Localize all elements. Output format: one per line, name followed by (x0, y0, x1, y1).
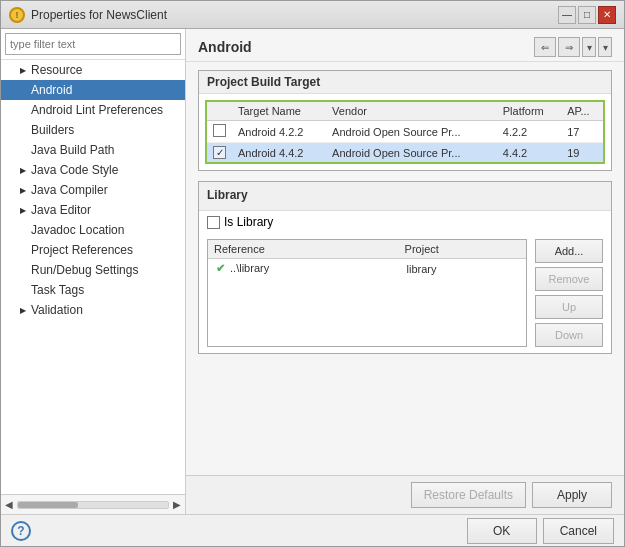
title-bar: ! Properties for NewsClient — □ ✕ (1, 1, 624, 29)
up-button[interactable]: Up (535, 295, 603, 319)
help-icon-label: ? (17, 524, 24, 538)
table-row[interactable]: Android 4.4.2 Android Open Source Pr... … (207, 143, 603, 163)
sidebar-item-java-editor[interactable]: Java Editor (1, 200, 185, 220)
sidebar-item-label: Task Tags (31, 283, 84, 297)
close-button[interactable]: ✕ (598, 6, 616, 24)
row2-platform: 4.4.2 (497, 143, 561, 163)
scroll-left[interactable]: ◀ (5, 499, 13, 510)
lib-reference-value: ..\library (230, 262, 269, 274)
col-target-name: Target Name (232, 102, 326, 121)
row1-checkbox[interactable] (213, 124, 226, 137)
sidebar-item-task-tags[interactable]: Task Tags (1, 280, 185, 300)
nav-arrows: ⇐ ⇒ ▾ ▾ (534, 37, 612, 57)
sidebar-item-android[interactable]: Android (1, 80, 185, 100)
title-bar-left: ! Properties for NewsClient (9, 7, 167, 23)
library-section: Library Is Library Reference (198, 181, 612, 354)
help-icon[interactable]: ? (11, 521, 31, 541)
maximize-button[interactable]: □ (578, 6, 596, 24)
sidebar-item-validation[interactable]: Validation (1, 300, 185, 320)
row1-target-name: Android 4.2.2 (232, 121, 326, 143)
content-area: Resource Android Android Lint Preference… (1, 29, 624, 514)
target-table-wrapper: Target Name Vendor Platform AP... (205, 100, 605, 164)
expand-arrow-android (17, 84, 29, 96)
lib-row[interactable]: ✔ ..\library library (208, 259, 526, 279)
properties-dialog: ! Properties for NewsClient — □ ✕ Resour… (0, 0, 625, 547)
sidebar-item-builders[interactable]: Builders (1, 120, 185, 140)
expand-arrow-resource (17, 64, 29, 76)
expand-arrow-builders (17, 124, 29, 136)
sidebar-item-label: Java Build Path (31, 143, 114, 157)
nav-dropdown2-button[interactable]: ▾ (598, 37, 612, 57)
col-ap: AP... (561, 102, 603, 121)
col-platform: Platform (497, 102, 561, 121)
row1-platform: 4.2.2 (497, 121, 561, 143)
sidebar-item-project-refs[interactable]: Project References (1, 240, 185, 260)
row1-checkbox-cell (207, 121, 232, 143)
table-row[interactable]: Android 4.2.2 Android Open Source Pr... … (207, 121, 603, 143)
row2-checkbox-cell (207, 143, 232, 163)
expand-arrow-val (17, 304, 29, 316)
nav-forward-button[interactable]: ⇒ (558, 37, 580, 57)
remove-button[interactable]: Remove (535, 267, 603, 291)
add-button[interactable]: Add... (535, 239, 603, 263)
sidebar-item-label: Resource (31, 63, 82, 77)
col-vendor: Vendor (326, 102, 497, 121)
lib-reference-cell: ✔ ..\library (208, 259, 399, 279)
library-header: Library (199, 182, 611, 211)
is-library-row: Is Library (199, 211, 611, 233)
minimize-button[interactable]: — (558, 6, 576, 24)
window-title: Properties for NewsClient (31, 8, 167, 22)
footer-buttons: OK Cancel (467, 518, 614, 544)
ok-button[interactable]: OK (467, 518, 537, 544)
apply-button[interactable]: Apply (532, 482, 612, 508)
row2-checkbox[interactable] (213, 146, 226, 159)
lib-references-table: Reference Project ✔ ..\library (208, 240, 526, 278)
sidebar-item-label: Java Editor (31, 203, 91, 217)
main-panel: Android ⇐ ⇒ ▾ ▾ Project Build Target (186, 29, 624, 514)
is-library-checkbox[interactable] (207, 216, 220, 229)
sidebar-item-label: Android Lint Preferences (31, 103, 163, 117)
sidebar-item-label: Validation (31, 303, 83, 317)
row1-ap: 17 (561, 121, 603, 143)
main-title: Android (198, 39, 252, 55)
sidebar-item-run-debug[interactable]: Run/Debug Settings (1, 260, 185, 280)
expand-arrow-jd (17, 224, 29, 236)
lib-header-row: Reference Project (208, 240, 526, 259)
cancel-button[interactable]: Cancel (543, 518, 614, 544)
nav-dropdown-button[interactable]: ▾ (582, 37, 596, 57)
title-buttons: — □ ✕ (558, 6, 616, 24)
lib-ref-icon: ✔ (216, 262, 225, 274)
scroll-track[interactable] (17, 501, 169, 509)
library-label: Library (207, 188, 603, 202)
sidebar-item-label: Run/Debug Settings (31, 263, 138, 277)
bottom-bar: Restore Defaults Apply (186, 475, 624, 514)
sidebar-item-label: Project References (31, 243, 133, 257)
expand-arrow-jcs (17, 164, 29, 176)
table-header-row: Target Name Vendor Platform AP... (207, 102, 603, 121)
sidebar-item-resource[interactable]: Resource (1, 60, 185, 80)
row2-vendor: Android Open Source Pr... (326, 143, 497, 163)
scroll-right[interactable]: ▶ (173, 499, 181, 510)
sidebar-item-label: Builders (31, 123, 74, 137)
sidebar-item-java-compiler[interactable]: Java Compiler (1, 180, 185, 200)
library-buttons: Add... Remove Up Down (535, 239, 603, 347)
restore-defaults-button[interactable]: Restore Defaults (411, 482, 526, 508)
sidebar-item-javadoc[interactable]: Javadoc Location (1, 220, 185, 240)
nav-back-button[interactable]: ⇐ (534, 37, 556, 57)
filter-input[interactable] (5, 33, 181, 55)
build-target-section: Project Build Target Target Name Vendor … (198, 70, 612, 171)
expand-arrow-rd (17, 264, 29, 276)
expand-arrow-je (17, 204, 29, 216)
down-button[interactable]: Down (535, 323, 603, 347)
sidebar-item-java-code-style[interactable]: Java Code Style (1, 160, 185, 180)
lib-col-reference: Reference (208, 240, 399, 259)
sidebar-item-java-build-path[interactable]: Java Build Path (1, 140, 185, 160)
lib-col-project: Project (399, 240, 526, 259)
sidebar-item-android-lint[interactable]: Android Lint Preferences (1, 100, 185, 120)
filter-box (1, 29, 185, 60)
expand-arrow-lint (17, 104, 29, 116)
expand-arrow-jc (17, 184, 29, 196)
expand-arrow-jbp (17, 144, 29, 156)
sidebar-item-label: Java Compiler (31, 183, 108, 197)
expand-arrow-pr (17, 244, 29, 256)
